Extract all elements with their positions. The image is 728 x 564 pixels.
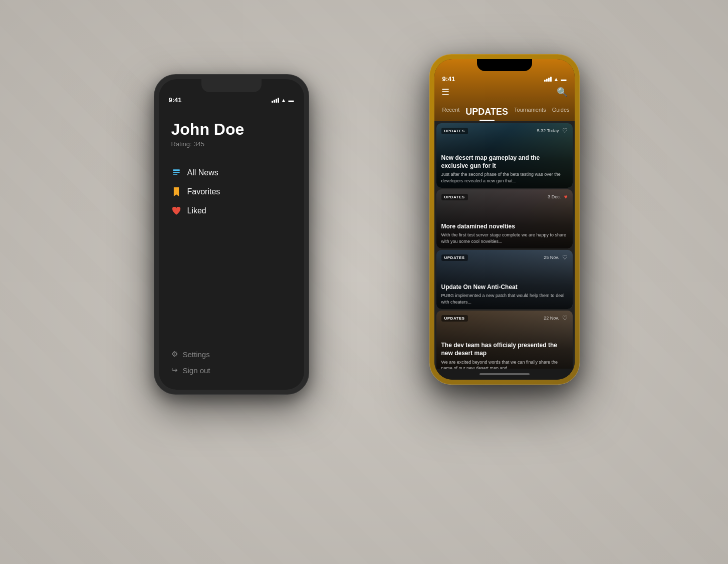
hamburger-menu-icon[interactable]: ☰ [441, 87, 449, 98]
home-bar [479, 373, 530, 375]
news-card-4[interactable]: UPDATES 22 Nov. ♡ The dev team has offic… [436, 311, 573, 369]
news-list: UPDATES 5:32 Today ♡ New desert map game… [434, 121, 575, 369]
card4-date: 22 Nov. [544, 316, 559, 321]
settings-icon: ⚙ [171, 350, 178, 359]
nav-menu: All News Favorites [171, 168, 292, 216]
card3-tag: UPDATES [441, 254, 468, 261]
card3-meta-right: 25 Nov. ♡ [544, 254, 567, 261]
user-name: John Doe [171, 121, 292, 138]
card1-tag: UPDATES [441, 128, 468, 134]
orange-battery-icon: ▬ [561, 76, 567, 82]
card2-tag: UPDATES [441, 194, 468, 200]
card3-date: 25 Nov. [544, 255, 559, 260]
tab-guides[interactable]: Guides [549, 105, 573, 121]
settings-label: Settings [183, 350, 210, 359]
card4-title: The dev team has officialy presented the… [441, 342, 568, 357]
card2-heart-icon[interactable]: ♥ [564, 193, 567, 200]
card1-heart-icon[interactable]: ♡ [562, 127, 568, 134]
card4-tag: UPDATES [441, 315, 468, 322]
phone-orange: 9:41 ▲ ▬ ☰ 🔍 [429, 54, 580, 385]
all-news-icon [171, 168, 181, 178]
card4-excerpt: We are excited beyond words that we can … [441, 359, 568, 369]
nav-item-all-news[interactable]: All News [171, 168, 292, 178]
news-card-3[interactable]: UPDATES 25 Nov. ♡ Update On New Anti-Che… [436, 250, 573, 309]
svg-rect-0 [173, 169, 180, 171]
card1-title: New desert map gameplay and the exclusiv… [441, 154, 568, 170]
favorites-icon [171, 187, 181, 197]
orange-status-icons: ▲ ▬ [544, 76, 567, 82]
phone-dark: 9:41 ▲ ▬ John Doe Rating: 345 [154, 74, 309, 395]
liked-label: Liked [187, 206, 206, 215]
signout-nav-item[interactable]: ↪ Sign out [171, 366, 292, 375]
search-icon[interactable]: 🔍 [557, 87, 568, 98]
nav-item-liked[interactable]: Liked [171, 206, 292, 216]
card2-title: More datamined novelties [441, 223, 568, 231]
all-news-label: All News [187, 168, 218, 177]
liked-icon [171, 206, 181, 216]
news-card-2[interactable]: UPDATES 3 Dec. ♥ More datamined noveltie… [436, 189, 573, 248]
dark-status-icons: ▲ ▬ [272, 97, 294, 103]
orange-signal-icon [544, 77, 552, 82]
news-card-1[interactable]: UPDATES 5:32 Today ♡ New desert map game… [436, 123, 573, 188]
notch-dark [201, 79, 262, 92]
tab-tournaments[interactable]: Tournaments [511, 105, 549, 121]
card1-date: 5:32 Today [537, 128, 559, 133]
notch-orange [477, 59, 532, 71]
card1-meta-right: 5:32 Today ♡ [537, 127, 568, 134]
signout-icon: ↪ [171, 366, 178, 375]
wifi-icon: ▲ [281, 97, 287, 103]
user-rating: Rating: 345 [171, 140, 292, 148]
card2-excerpt: With the first test server stage complet… [441, 232, 568, 244]
settings-nav-item[interactable]: ⚙ Settings [171, 350, 292, 359]
svg-rect-2 [173, 174, 177, 175]
battery-icon: ▬ [289, 97, 294, 103]
tab-updates[interactable]: UPDATES [462, 105, 511, 121]
home-indicator [434, 369, 575, 380]
card1-excerpt: Just after the second phase of the beta … [441, 171, 568, 184]
tab-bar: Recent UPDATES Tournaments Guides [434, 102, 575, 121]
nav-item-favorites[interactable]: Favorites [171, 187, 292, 197]
card3-heart-icon[interactable]: ♡ [562, 254, 568, 261]
card2-date: 3 Dec. [548, 194, 561, 199]
orange-wifi-icon: ▲ [554, 76, 559, 82]
favorites-label: Favorites [187, 187, 220, 196]
bottom-nav: ⚙ Settings ↪ Sign out [171, 350, 292, 380]
signout-label: Sign out [183, 366, 210, 375]
dark-status-time: 9:41 [169, 96, 182, 104]
card3-excerpt: PUBG implemented a new patch that would … [441, 293, 568, 305]
card2-meta-right: 3 Dec. ♥ [548, 193, 567, 200]
tab-recent[interactable]: Recent [439, 105, 463, 121]
signal-icon [272, 98, 279, 103]
svg-rect-1 [173, 172, 180, 173]
card3-title: Update On New Anti-Cheat [441, 284, 568, 292]
card4-meta-right: 22 Nov. ♡ [544, 315, 567, 322]
orange-status-time: 9:41 [442, 75, 455, 83]
orange-header: 9:41 ▲ ▬ ☰ 🔍 [434, 59, 575, 121]
card4-heart-icon[interactable]: ♡ [562, 315, 568, 322]
